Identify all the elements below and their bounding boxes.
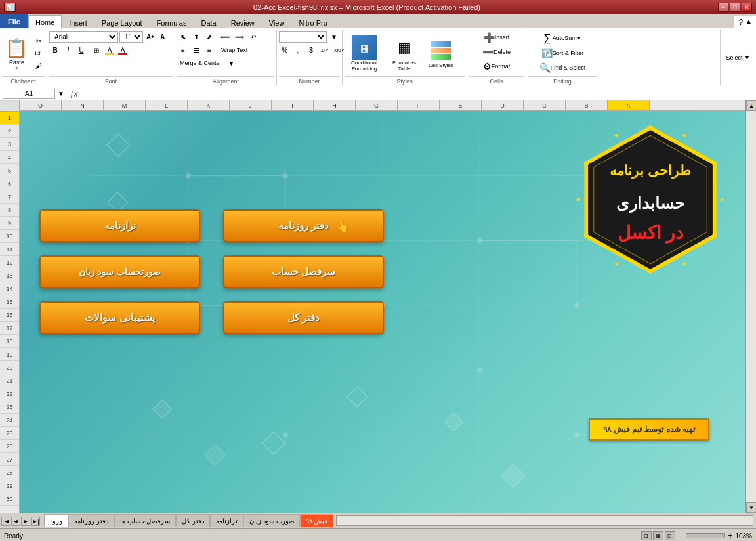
merge-center-button[interactable]: Merge & Center [177,57,224,69]
maximize-button[interactable]: □ [730,3,740,12]
italic-button[interactable]: I [62,44,74,56]
align-left-button[interactable]: ≡ [177,44,189,56]
first-sheet-button[interactable]: |◄ [1,517,10,526]
copy-button[interactable]: ⿻ [33,48,45,60]
sheet-tab-daftar-roznameh[interactable]: دفتر روزنامه [68,514,114,527]
format-painter-button[interactable]: 🖌 [33,60,45,72]
zoom-minus-button[interactable]: – [679,531,684,540]
minimize-button[interactable]: – [718,3,728,12]
font-family-select[interactable]: Arial [49,31,118,43]
editing-group: ∑ AutoSum ▼ 🔃 Sort & Filter 🔍 Find & Sel… [526,30,598,85]
row-number-14: 14 [0,282,19,295]
font-color-button[interactable]: A [117,44,129,56]
align-center-button[interactable]: ☰ [190,44,202,56]
sheet-nav: |◄ ◄ ► ►| [0,515,41,526]
close-button[interactable]: ✕ [742,3,752,12]
formula-input[interactable] [83,89,753,99]
find-select-button[interactable]: 🔍 Find & Select [537,61,589,74]
wrap-text-button[interactable]: Wrap Text [219,44,250,56]
conditional-formatting-button[interactable]: ▦ Conditional Formatting [345,33,384,74]
tab-review[interactable]: Review [224,16,262,29]
row-number-29: 29 [0,479,19,492]
help-icon[interactable]: ? [738,18,743,27]
page-layout-view-button[interactable]: ▦ [653,531,663,540]
svg-rect-12 [262,432,285,455]
hex-logo: طراحی برنامه حسابداری در اکسل [575,124,726,275]
tab-nitro-pro[interactable]: Nitro Pro [291,16,334,29]
increase-decimal-button[interactable]: .0↗ [318,44,331,56]
border-button[interactable]: ⊞ [91,44,102,56]
indent-decrease-button[interactable]: ⟸ [219,31,232,43]
format-icon: ⚙ [483,61,492,72]
sort-icon: 🔃 [541,48,553,58]
svg-point-32 [648,269,653,274]
last-sheet-button[interactable]: ►| [31,517,40,526]
scroll-track[interactable] [746,111,756,502]
sorat-hesab-button[interactable]: صورتحساب سود زیان [39,255,200,288]
daftar-kol-button[interactable]: دفتر کل [223,301,384,334]
prev-sheet-button[interactable]: ◄ [11,517,20,526]
sheet-tab-fish98[interactable]: فیش ۹۸ [300,514,334,527]
sheet-tabs: ورود دفتر روزنامه سرفصل حساب ها دفتر کل … [41,514,333,527]
number-format-select[interactable]: General [279,31,327,43]
paste-button[interactable]: 📋 Paste ▼ [2,35,32,72]
select-dropdown-button[interactable]: Select ▼ [723,52,753,64]
cut-button[interactable]: ✂ [33,35,45,47]
align-right-button[interactable]: ≡ [203,44,215,56]
scroll-up-button[interactable]: ▲ [746,100,756,111]
autosum-button[interactable]: ∑ AutoSum ▼ [541,31,583,45]
text-direction-button[interactable]: ↶ [247,31,259,43]
currency-button[interactable]: $ [305,44,317,56]
normal-view-button[interactable]: ⊞ [641,531,652,540]
minimize-ribbon-icon[interactable]: ▲ [746,18,752,27]
right-scrollbar[interactable]: ▲ ▼ [746,100,756,513]
file-tab[interactable]: File [0,14,28,29]
sheet-tab-sorat-sood[interactable]: صورت سود زیان [243,514,300,527]
percent-button[interactable]: % [279,44,291,56]
font-size-select[interactable]: 11 [119,31,143,43]
sort-filter-button[interactable]: 🔃 Sort & Filter [539,47,587,60]
sheet-tab-traznameh[interactable]: ترازنامه [210,514,243,527]
fill-color-button[interactable]: A [104,44,116,56]
align-top-center-button[interactable]: ⬆ [190,31,202,43]
format-button[interactable]: ⚙ Format [480,60,513,73]
sheet-tab-sarfasl-hesab[interactable]: سرفصل حساب ها [114,514,177,527]
number-format-dropdown[interactable]: ▼ [328,31,340,43]
bold-button[interactable]: B [49,44,61,56]
daftar-roznameh-button[interactable]: دفتر روزنامه 👆 [223,209,384,242]
cell-styles-button[interactable]: Cell Styles [425,36,457,71]
col-header-L: L [146,100,188,110]
next-sheet-button[interactable]: ► [21,517,30,526]
merge-dropdown-button[interactable]: ▼ [226,57,238,69]
poshtibani-button[interactable]: پشتیبانی سوالات [39,301,200,334]
comma-button[interactable]: , [292,44,304,56]
tab-data[interactable]: Data [194,16,223,29]
tab-formulas[interactable]: Formulas [150,16,194,29]
zoom-slider[interactable] [686,533,725,538]
indent-increase-button[interactable]: ⟹ [233,31,246,43]
tab-home[interactable]: Home [28,15,62,29]
sheet-tab-daftar-kol[interactable]: دفتر کل [176,514,210,527]
insert-button[interactable]: ➕ Insert [481,31,513,44]
expand-formula-icon[interactable]: ▼ [58,90,64,97]
scroll-down-button[interactable]: ▼ [746,502,756,513]
sheet-tab-vorod[interactable]: ورود [44,514,68,527]
horizontal-scrollbar[interactable] [336,515,753,526]
tab-insert[interactable]: Insert [62,16,94,29]
decrease-font-button[interactable]: A- [158,31,169,43]
zoom-plus-button[interactable]: + [728,531,732,540]
col-header-D: D [482,100,524,110]
traznameh-button[interactable]: ترازنامه [39,209,200,242]
svg-text:حسابداری: حسابداری [616,194,684,213]
format-table-button[interactable]: ▦ Format as Table [388,33,421,74]
sarfasl-hesab-button[interactable]: سرفصل حساب [223,255,384,288]
align-top-left-button[interactable]: ⬉ [177,31,189,43]
increase-font-button[interactable]: A+ [144,31,156,43]
page-break-view-button[interactable]: ⊟ [665,531,675,540]
tab-page-layout[interactable]: Page Layout [94,16,150,29]
underline-button[interactable]: U [75,44,87,56]
delete-button[interactable]: ➖ Delete [480,45,513,58]
name-box[interactable] [3,89,55,99]
tab-view[interactable]: View [262,16,292,29]
align-top-right-button[interactable]: ⬈ [203,31,215,43]
